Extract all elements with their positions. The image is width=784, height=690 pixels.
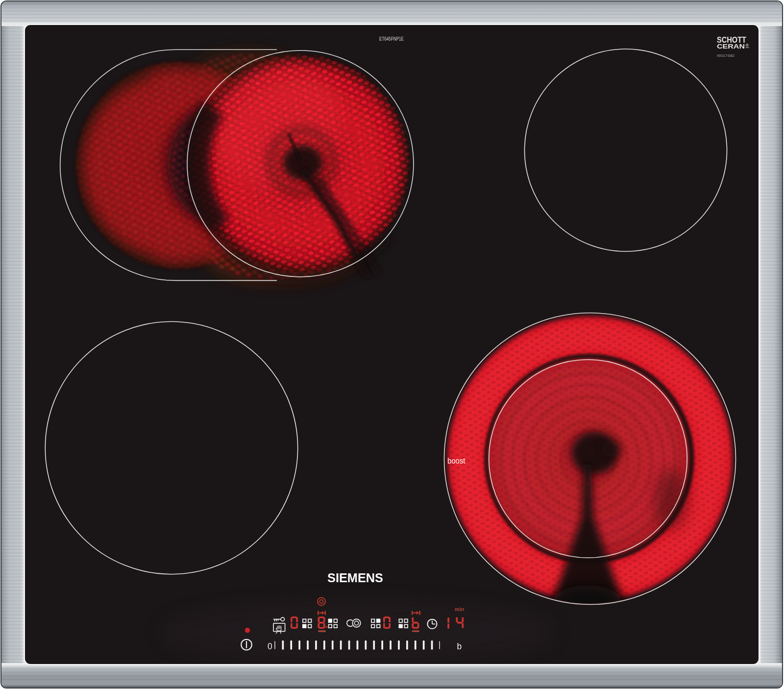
svg-text:®: ® [746,43,749,48]
svg-text:ET645FNP1E: ET645FNP1E [379,36,404,42]
svg-text:boost: boost [447,456,466,465]
svg-text:SIEMENS: SIEMENS [327,570,383,585]
svg-text:min: min [455,606,465,612]
svg-text:b: b [457,641,462,651]
svg-text:0: 0 [268,641,272,651]
svg-text:CERAN: CERAN [717,43,745,50]
svg-text:9001174362: 9001174362 [717,54,735,57]
